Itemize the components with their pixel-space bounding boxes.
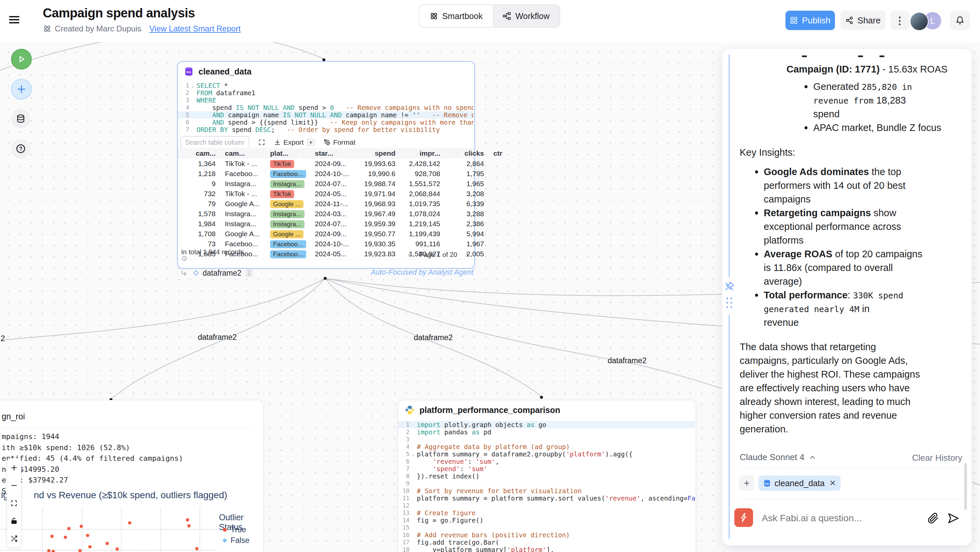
send-message-icon[interactable] (947, 512, 959, 525)
info-icon[interactable] (182, 256, 187, 261)
code-line[interactable]: 17fig.add_trace(go.Bar( (398, 539, 695, 546)
bell-icon (956, 16, 964, 25)
svg-text:SQL: SQL (765, 482, 769, 485)
add-node-button[interactable] (11, 79, 32, 100)
scatter-plot[interactable] (0, 507, 221, 552)
table-row[interactable]: 73Faceboo...Faceboo...2024-10-...19,930.… (178, 239, 474, 249)
attach-file-icon[interactable] (928, 512, 939, 524)
column-header[interactable]: impr... (400, 150, 445, 157)
code-line[interactable]: 5⌄platform_summary = dataframe2.groupby(… (398, 450, 695, 458)
table-cell: 19,930.35 (355, 240, 400, 248)
lock-canvas-button[interactable] (7, 512, 21, 530)
chip-close-icon[interactable]: ✕ (829, 479, 836, 488)
fit-view-button[interactable] (7, 494, 21, 512)
code-line[interactable]: 2FROM dataframe1 (178, 89, 474, 97)
table-cell: 2,386 (445, 220, 488, 228)
expand-table-icon[interactable] (258, 139, 266, 146)
share-button[interactable]: Share (840, 11, 886, 30)
code-line[interactable]: 1⌄SELECT * (178, 82, 474, 89)
bullet-item: Average ROAS of top 20 campaignsis 11.86… (753, 247, 947, 288)
more-options-button[interactable]: ⋮ (891, 11, 909, 30)
chat-input[interactable] (761, 511, 923, 526)
table-row[interactable]: 732TikTok - ...TikTok2024-05...19,971.94… (178, 189, 474, 199)
tab-workflow[interactable]: Workflow (493, 5, 560, 27)
node-platform-performance-comparison[interactable]: platform_performance_comparison 1import … (398, 400, 696, 552)
table-row[interactable]: 1,578Instagra...Instagra...2024-03...19,… (178, 209, 474, 219)
sql-code-editor[interactable]: 1⌄SELECT *2FROM dataframe13WHERE4 spend … (178, 82, 474, 133)
code-line[interactable]: 16# Add revenue bars (positive direction… (398, 531, 695, 539)
data-sources-button[interactable] (11, 109, 30, 128)
code-line[interactable]: 5 AND campaign_name IS NOT NULL AND camp… (178, 111, 474, 119)
code-line[interactable]: 11platform_summary = platform_summary.so… (398, 495, 695, 502)
code-line[interactable]: 7 'spend': 'sum' (398, 465, 695, 472)
clear-history-button[interactable]: Clear History (912, 453, 962, 463)
help-button[interactable]: ? (11, 139, 30, 158)
table-row[interactable]: 1,708Google A...Google ...2024-09...19,9… (178, 229, 474, 239)
prev-page-button[interactable]: ‹ (408, 250, 411, 259)
column-header[interactable]: ctr (488, 150, 512, 157)
output-drag-handle[interactable] (245, 269, 253, 277)
publish-button[interactable]: Publish (786, 11, 835, 30)
next-page-button[interactable]: › (466, 250, 469, 259)
panel-drag-dots[interactable] (725, 297, 733, 309)
column-header[interactable]: cam... (178, 150, 220, 157)
column-header[interactable]: plat... (266, 150, 310, 157)
table-cell: 2024-07... (310, 220, 355, 228)
export-dropdown-chevron[interactable]: ▾ (307, 138, 315, 146)
column-header[interactable]: cam... (220, 150, 266, 157)
shuffle-layout-button[interactable] (7, 530, 21, 547)
node-campaign-roi[interactable]: gn_roi mpaigns: 1944ith ≥$10k spend: 102… (0, 400, 263, 552)
table-search-input[interactable] (180, 136, 249, 149)
notifications-button[interactable] (950, 11, 970, 30)
run-all-button[interactable] (11, 49, 32, 70)
table-row[interactable]: 1,364TikTok - ...TikTok2024-09...19,993.… (178, 159, 474, 169)
legend-entry-true[interactable]: True (223, 525, 246, 534)
column-header[interactable]: clicks (445, 150, 488, 157)
view-latest-smart-report-link[interactable]: View Latest Smart Report (150, 24, 241, 33)
code-line[interactable]: 1import plotly.graph_objects as go (398, 421, 695, 428)
page-title: Campaign spend analysis (43, 6, 195, 21)
table-row[interactable]: 1,984Instagra...Instagra...2024-07...19,… (178, 219, 474, 229)
table-row[interactable]: 9Instagra...Instagra...2024-07...19,988.… (178, 179, 474, 189)
code-line[interactable]: 10# Sort by revenue for better visualiza… (398, 487, 695, 495)
unpin-panel-icon[interactable] (724, 281, 735, 292)
code-line[interactable]: 6 'revenue': 'sum', (398, 458, 695, 465)
table-cell: 5,994 (445, 230, 488, 238)
node-cleaned-data[interactable]: SQL cleaned_data 1⌄SELECT *2FROM datafra… (177, 61, 475, 269)
hamburger-menu-button[interactable] (9, 15, 21, 26)
code-line[interactable]: 3 (398, 436, 695, 443)
code-line[interactable]: 15 (398, 524, 695, 531)
code-line[interactable]: 7ORDER BY spend DESC; -- Order by spend … (178, 126, 474, 133)
zoom-out-button[interactable] (7, 476, 21, 494)
clipped-text-artifact (858, 56, 863, 57)
export-button[interactable]: Export ▾ (274, 138, 315, 146)
legend-entry-false[interactable]: False (223, 536, 249, 545)
table-row[interactable]: 79Google A...Google ...2024-11-...19,968… (178, 199, 474, 209)
panel-scrollbar[interactable] (964, 463, 967, 510)
zoom-in-button[interactable] (7, 459, 21, 476)
code-line[interactable]: 3WHERE (178, 97, 474, 104)
user-avatar[interactable] (910, 12, 929, 31)
table-row[interactable]: 1,218Faceboo...Faceboo...2024-10-...19,9… (178, 169, 474, 179)
code-line[interactable]: 9 (398, 480, 695, 487)
code-line[interactable]: 2import pandas as pd (398, 428, 695, 436)
context-chip-cleaned-data[interactable]: SQL cleaned_data ✕ (759, 476, 841, 491)
table-cell: TikTok (266, 190, 310, 198)
column-header[interactable]: spend (355, 150, 400, 157)
python-code-editor[interactable]: 1import plotly.graph_objects as go2impor… (398, 421, 695, 552)
code-line[interactable]: 14fig = go.Figure() (398, 517, 695, 524)
code-line[interactable]: 4 spend IS NOT NULL AND spend > 0 -- Rem… (178, 104, 474, 111)
code-line[interactable]: 6 AND spend > {{spend_limit}} -- Keep on… (178, 119, 474, 126)
table-cell: 19,993.63 (355, 160, 400, 168)
table-cell: 1,218 (178, 170, 220, 178)
format-button[interactable]: Format (324, 138, 356, 146)
code-line[interactable]: 4# Aggregate data by platform (ad group) (398, 443, 695, 450)
code-line[interactable]: 8}).reset_index() (398, 472, 695, 480)
code-line[interactable]: 12 (398, 502, 695, 509)
tab-smartbook[interactable]: Smartbook (420, 5, 493, 27)
code-line[interactable]: 13# Create figure (398, 509, 695, 517)
add-context-button[interactable]: + (739, 476, 754, 491)
model-selector[interactable]: Claude Sonnet 4 (740, 452, 816, 463)
column-header[interactable]: star... (310, 150, 355, 157)
code-line[interactable]: 18 y=platform_summary['platform'], (398, 546, 695, 552)
